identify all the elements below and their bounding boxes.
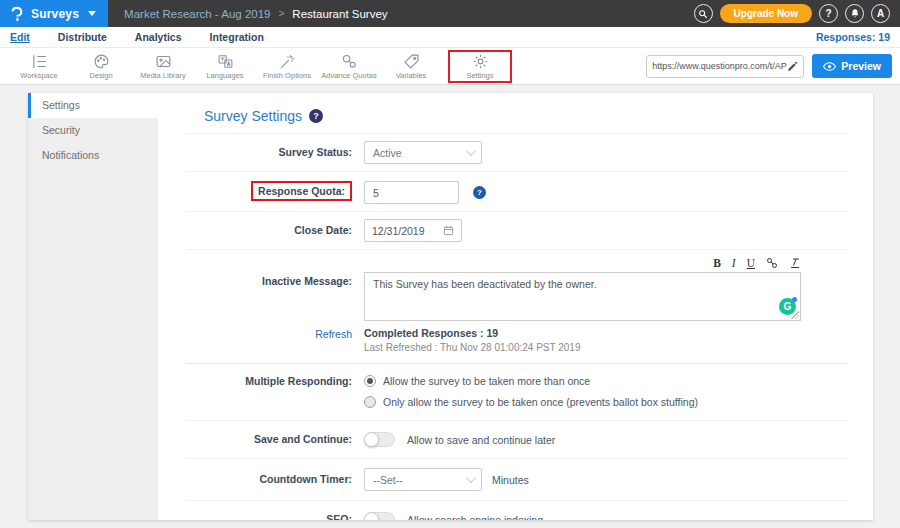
refresh-link[interactable]: Refresh: [315, 328, 352, 340]
inactive-message-editor: B I U This Survey has been deactivated b…: [364, 257, 801, 321]
bell-icon: [850, 8, 860, 19]
magic-wand-icon: [279, 53, 296, 70]
eye-icon: [823, 62, 836, 71]
close-date-row: Close Date: 12/31/2019: [186, 211, 847, 249]
settings-highlight-box: Settings: [448, 50, 512, 83]
toolbar-finish-options[interactable]: Finish Options: [256, 53, 318, 80]
italic-button[interactable]: I: [732, 257, 736, 269]
radio-selected-icon[interactable]: [364, 375, 376, 387]
translate-icon: [217, 53, 234, 70]
sidebar-item-settings[interactable]: Settings: [28, 93, 158, 118]
search-button[interactable]: [694, 4, 713, 23]
preview-button[interactable]: Preview: [812, 54, 892, 78]
tab-analytics[interactable]: Analytics: [135, 31, 182, 43]
toolbar-settings[interactable]: Settings: [457, 53, 503, 80]
settings-card: Settings Security Notifications Survey S…: [28, 93, 873, 520]
seo-toggle[interactable]: [364, 512, 395, 520]
response-quota-label: Response Quota:: [258, 185, 345, 197]
breadcrumb-separator: >: [279, 8, 285, 19]
questionpro-logo-icon: [10, 6, 24, 22]
response-quota-label-highlight: Response Quota:: [251, 181, 352, 201]
countdown-timer-row: Countdown Timer: --Set-- Minutes: [186, 458, 847, 500]
inactive-message-row: Inactive Message: B I U This Survey has …: [186, 249, 847, 325]
palette-icon: [93, 53, 110, 70]
radio-only-once[interactable]: Only allow the survey to be taken once (…: [364, 396, 698, 408]
save-continue-toggle[interactable]: [364, 432, 395, 447]
top-bar: Surveys Market Research - Aug 2019 > Res…: [0, 0, 900, 27]
response-quota-help-icon[interactable]: ?: [473, 186, 486, 199]
calendar-icon: [443, 225, 454, 236]
gear-icon: [472, 53, 489, 70]
seo-label: SEO:: [186, 512, 364, 520]
save-continue-text: Allow to save and continue later: [407, 434, 555, 446]
breadcrumb: Market Research - Aug 2019 > Restaurant …: [108, 0, 387, 27]
toolbar-right: https://www.questionpro.com/t/APNrFZ Pre…: [646, 54, 900, 78]
countdown-timer-label: Countdown Timer:: [186, 468, 364, 485]
survey-status-row: Survey Status: Active: [186, 133, 847, 171]
survey-status-select[interactable]: Active: [364, 141, 482, 164]
breadcrumb-folder[interactable]: Market Research - Aug 2019: [124, 8, 270, 20]
underline-button[interactable]: U: [747, 257, 755, 269]
last-refreshed: Last Refreshed : Thu Nov 28 01:00:24 PST…: [364, 342, 580, 353]
image-icon: [155, 53, 172, 70]
survey-nav: Edit Distribute Analytics Integration Re…: [0, 27, 900, 48]
toolbar-workspace[interactable]: Workspace: [8, 53, 70, 80]
tab-edit[interactable]: Edit: [10, 31, 30, 43]
tab-distribute[interactable]: Distribute: [58, 31, 107, 43]
multiple-responding-row: Multiple Responding: Allow the survey to…: [186, 363, 847, 420]
radio-unselected-icon[interactable]: [364, 396, 376, 408]
survey-url: https://www.questionpro.com/t/APNrFZ: [652, 61, 787, 71]
title-help-icon[interactable]: ?: [309, 109, 323, 123]
toolbar-variables[interactable]: Variables: [380, 53, 442, 80]
inactive-message-label: Inactive Message:: [186, 257, 364, 287]
inactive-message-textarea[interactable]: This Survey has been deactivated by the …: [364, 272, 801, 321]
toolbar-design[interactable]: Design: [70, 53, 132, 80]
responses-count[interactable]: Responses: 19: [816, 31, 890, 43]
notifications-button[interactable]: [845, 4, 864, 23]
response-quota-row: Response Quota: ?: [186, 171, 847, 211]
page-title: Survey Settings: [204, 108, 302, 124]
save-continue-row: Save and Continue: Allow to save and con…: [186, 420, 847, 458]
settings-content: Survey Settings ? Survey Status: Active …: [158, 93, 873, 520]
refresh-row: Refresh Completed Responses : 19 Last Re…: [186, 325, 847, 363]
seo-row: SEO: Allow search engine indexing: [186, 500, 847, 520]
toolbar-languages[interactable]: Languages: [194, 53, 256, 80]
edit-pencil-icon[interactable]: [787, 61, 798, 72]
page-background: Settings Security Notifications Survey S…: [0, 85, 900, 528]
chevron-down-icon: [88, 11, 96, 16]
close-date-input[interactable]: 12/31/2019: [364, 219, 462, 242]
resize-handle[interactable]: [791, 311, 799, 319]
upgrade-now-button[interactable]: Upgrade Now: [720, 4, 812, 23]
seo-text: Allow search engine indexing: [407, 514, 543, 521]
surveys-product-menu[interactable]: Surveys: [0, 0, 108, 27]
search-icon: [698, 9, 708, 19]
chevron-down-icon: [466, 146, 476, 156]
account-avatar[interactable]: A: [871, 4, 890, 23]
chain-links-icon: [341, 53, 358, 70]
response-quota-input[interactable]: [364, 181, 459, 204]
breadcrumb-survey-name: Restaurant Survey: [292, 8, 387, 20]
help-button[interactable]: ?: [819, 4, 838, 23]
clear-format-icon[interactable]: [789, 257, 801, 269]
completed-responses: Completed Responses : 19: [364, 327, 498, 339]
toolbar-media-library[interactable]: Media Library: [132, 53, 194, 80]
countdown-timer-select[interactable]: --Set--: [364, 468, 482, 491]
minutes-label: Minutes: [492, 474, 529, 486]
tag-icon: [403, 53, 420, 70]
link-icon[interactable]: [766, 257, 778, 269]
survey-status-label: Survey Status:: [186, 141, 364, 158]
product-name: Surveys: [31, 7, 79, 21]
survey-url-field[interactable]: https://www.questionpro.com/t/APNrFZ: [646, 55, 804, 78]
multiple-responding-label: Multiple Responding:: [186, 375, 364, 387]
close-date-label: Close Date:: [186, 219, 364, 236]
settings-sidebar: Settings Security Notifications: [28, 93, 158, 520]
tab-integration[interactable]: Integration: [210, 31, 264, 43]
bold-button[interactable]: B: [713, 257, 721, 269]
radio-allow-multiple[interactable]: Allow the survey to be taken more than o…: [364, 375, 698, 387]
toolbar-advance-quotas[interactable]: Advance Quotas: [318, 53, 380, 80]
format-toolbar: B I U: [364, 257, 801, 269]
sidebar-item-security[interactable]: Security: [28, 118, 158, 143]
save-continue-label: Save and Continue:: [186, 432, 364, 445]
sidebar-item-notifications[interactable]: Notifications: [28, 143, 158, 168]
topbar-actions: Upgrade Now ? A: [694, 0, 900, 27]
